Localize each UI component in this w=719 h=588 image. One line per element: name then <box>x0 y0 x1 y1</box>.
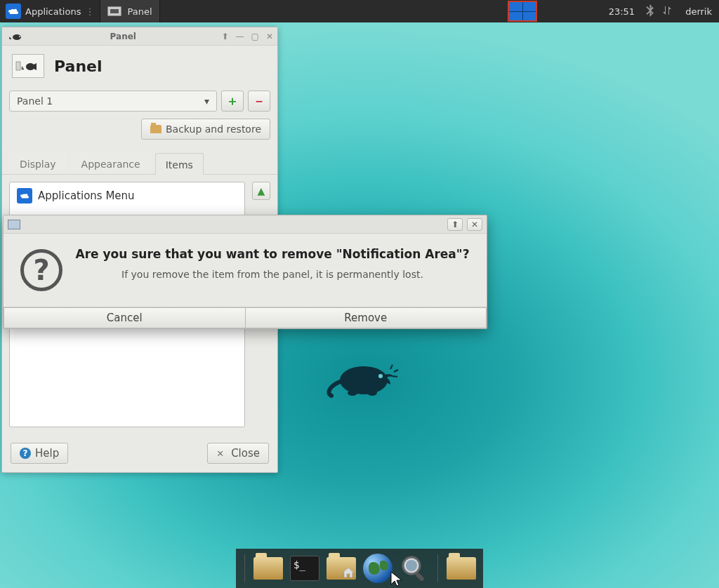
svg-point-1 <box>19 36 20 37</box>
folder-home-icon <box>326 557 356 580</box>
help-button[interactable]: ? Help <box>11 443 68 464</box>
system-tray <box>640 4 678 19</box>
tab-appearance[interactable]: Appearance <box>71 152 151 174</box>
remove-panel-button[interactable]: － <box>248 91 270 112</box>
svg-rect-9 <box>415 572 425 582</box>
dock-item-files2[interactable] <box>445 553 477 584</box>
dock-item-web[interactable] <box>362 553 394 584</box>
window-keep-above-icon[interactable]: ⬆ <box>447 218 463 231</box>
applications-menu-label: Applications <box>25 6 81 17</box>
applications-menu-button[interactable]: Applications ⋮ <box>0 0 100 22</box>
help-label: Help <box>35 447 59 460</box>
confirm-remove-dialog: ⬆ ✕ ? Are you sure that you want to remo… <box>3 215 487 329</box>
workspace-switcher[interactable] <box>509 2 536 20</box>
close-label: Close <box>231 447 260 460</box>
folder-icon <box>447 557 476 580</box>
tab-bar: Display Appearance Items <box>2 152 277 175</box>
top-panel: Applications ⋮ Panel 23:51 derrik <box>0 0 719 22</box>
list-item[interactable]: Applications Menu <box>10 182 244 209</box>
dialog-body: ? Are you sure that you want to remove "… <box>4 234 487 307</box>
window-heading: Panel <box>54 58 103 75</box>
panel-selector-value: Panel 1 <box>17 95 53 107</box>
network-icon[interactable] <box>661 5 673 18</box>
svg-rect-2 <box>16 62 20 70</box>
tab-display[interactable]: Display <box>9 152 67 174</box>
folder-icon <box>253 557 283 580</box>
window-keep-above-icon[interactable]: ⬆ <box>222 32 229 41</box>
panel-selector-row: Panel 1 ▾ ＋ － <box>2 91 277 119</box>
window-header: Panel <box>2 46 277 91</box>
xfce-logo-icon <box>17 188 32 203</box>
dialog-heading: Are you sure that you want to remove "No… <box>75 246 470 262</box>
taskbar-item-panel[interactable]: Panel <box>100 0 159 22</box>
svg-point-0 <box>13 34 21 40</box>
backup-restore-label: Backup and restore <box>166 123 261 135</box>
dialog-button-row: Cancel Remove <box>4 307 487 328</box>
globe-icon <box>363 554 393 583</box>
magnifier-icon <box>400 554 429 583</box>
arrow-up-icon: ▲ <box>258 185 265 196</box>
dialog-message: If you remove the item from the panel, i… <box>75 269 470 280</box>
svg-point-5 <box>348 390 357 396</box>
wallpaper-mouse-icon <box>323 352 407 408</box>
window-icon <box>6 32 25 41</box>
folder-icon <box>150 125 161 133</box>
xfce-logo-icon <box>6 4 21 19</box>
dock-item-terminal[interactable]: $_ <box>289 553 321 584</box>
window-controls: ⬆ — ▢ ✕ <box>222 32 273 41</box>
window-title: Panel <box>25 32 222 41</box>
list-item-label: Applications Menu <box>38 189 135 202</box>
menu-separator-icon: ⋮ <box>85 6 94 17</box>
dock-item-home[interactable] <box>325 553 357 584</box>
remove-button[interactable]: Remove <box>245 307 487 328</box>
svg-point-4 <box>378 374 383 378</box>
window-maximize-icon[interactable]: ▢ <box>251 32 259 41</box>
svg-point-3 <box>340 366 388 394</box>
backup-restore-button[interactable]: Backup and restore <box>141 119 270 140</box>
window-close-icon[interactable]: ✕ <box>266 32 273 41</box>
window-minimize-icon[interactable]: — <box>236 32 244 41</box>
panel-header-icon <box>12 54 44 78</box>
question-icon: ? <box>20 249 62 291</box>
cancel-button[interactable]: Cancel <box>4 307 245 328</box>
taskbar-item-label: Panel <box>127 6 152 17</box>
window-titlebar[interactable]: Panel ⬆ — ▢ ✕ <box>2 27 277 46</box>
items-side-buttons: ▲ <box>252 182 270 200</box>
bottom-dock: $_ <box>236 549 483 588</box>
dock-separator <box>244 554 245 582</box>
window-close-icon[interactable]: ✕ <box>467 218 482 231</box>
window-footer: ? Help ✕ Close <box>2 434 277 472</box>
svg-point-8 <box>406 560 417 571</box>
clock[interactable]: 23:51 <box>603 6 640 17</box>
plus-icon: ＋ <box>226 93 239 109</box>
bluetooth-icon[interactable] <box>646 4 654 19</box>
chevron-down-icon: ▾ <box>204 95 209 107</box>
svg-point-6 <box>367 390 377 396</box>
dock-item-search[interactable] <box>398 553 430 584</box>
minus-icon: － <box>253 93 265 109</box>
dialog-window-controls: ⬆ ✕ <box>447 218 482 231</box>
tab-items[interactable]: Items <box>155 153 204 175</box>
dialog-titlebar[interactable]: ⬆ ✕ <box>4 215 487 234</box>
help-icon: ? <box>20 448 31 459</box>
terminal-icon: $_ <box>290 556 319 581</box>
panel-selector-combo[interactable]: Panel 1 ▾ <box>9 91 217 112</box>
close-icon: ✕ <box>216 448 224 459</box>
close-button[interactable]: ✕ Close <box>207 443 269 464</box>
dialog-window-icon <box>8 220 20 229</box>
panel-settings-icon <box>107 6 121 16</box>
dock-separator <box>437 554 438 582</box>
add-panel-button[interactable]: ＋ <box>221 91 244 112</box>
move-item-up-button[interactable]: ▲ <box>252 182 270 200</box>
user-menu[interactable]: derrik <box>678 6 719 17</box>
dock-item-files[interactable] <box>252 553 284 584</box>
